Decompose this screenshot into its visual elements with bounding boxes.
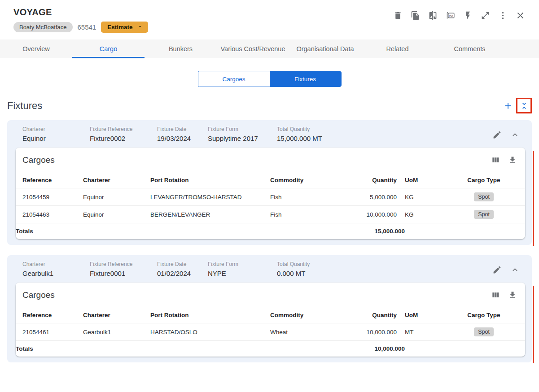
voyage-number: 65541 xyxy=(78,23,96,31)
cargoes-panel: Cargoes Reference Charterer Port Rotatio… xyxy=(16,283,525,357)
col-port-rotation: Port Rotation xyxy=(150,307,270,323)
cell-commodity: Fish xyxy=(270,206,346,223)
cell-commodity: Fish xyxy=(270,188,346,206)
more-menu-icon[interactable] xyxy=(497,10,508,21)
col-reference: Reference xyxy=(16,172,83,188)
pdf-export-icon[interactable]: PDF xyxy=(445,10,456,21)
collapse-all-icon[interactable] xyxy=(516,98,532,113)
field-label: Fixture Form xyxy=(208,261,277,267)
validation-error-bar xyxy=(533,151,534,246)
chevron-up-icon[interactable] xyxy=(510,130,520,139)
cell-charterer: Gearbulk1 xyxy=(83,323,150,341)
cargoes-panel: Cargoes Reference Charterer Port Rotatio… xyxy=(16,148,525,239)
field-label: Fixture Form xyxy=(208,126,277,132)
field-value: Equinor xyxy=(22,135,90,142)
tab-various-cost-revenue[interactable]: Various Cost/Revenue xyxy=(217,39,289,58)
fixtures-section-title: Fixtures xyxy=(7,100,42,112)
field-label: Total Quantity xyxy=(277,126,478,132)
chevron-up-icon[interactable] xyxy=(510,265,520,274)
view-toggle-wrap: Cargoes Fixtures xyxy=(0,71,539,87)
cargo-type-badge: Spot xyxy=(474,192,494,201)
col-charterer: Charterer xyxy=(83,172,150,188)
cell-commodity: Wheat xyxy=(270,323,346,341)
field-label: Fixture Reference xyxy=(90,126,157,132)
cell-cargo-type: Spot xyxy=(443,188,525,206)
flash-icon[interactable] xyxy=(462,10,473,21)
field-value: NYPE xyxy=(208,270,277,277)
totals-quantity: 15,000.000 xyxy=(346,223,405,240)
fixture-card: ChartererEquinor Fixture ReferenceFixtur… xyxy=(7,120,532,245)
cell-port-rotation: HARSTAD/OSLO xyxy=(150,323,270,341)
close-icon[interactable] xyxy=(515,10,526,21)
cell-uom: MT xyxy=(405,323,443,341)
cargoes-panel-title: Cargoes xyxy=(22,155,55,165)
totals-label: Totals xyxy=(16,341,83,357)
window-toolbar: PDF xyxy=(392,10,526,21)
cargoes-table: Reference Charterer Port Rotation Commod… xyxy=(16,172,525,239)
col-cargo-type: Cargo Type xyxy=(443,307,525,323)
cell-cargo-type: Spot xyxy=(443,323,525,341)
columns-icon[interactable] xyxy=(491,291,500,300)
cell-reference: 21054463 xyxy=(16,206,83,223)
fixture-summary: ChartererEquinor Fixture ReferenceFixtur… xyxy=(7,120,532,148)
svg-text:PDF: PDF xyxy=(449,14,454,17)
cell-reference: 21054461 xyxy=(16,323,83,341)
delete-icon[interactable] xyxy=(392,10,403,21)
table-row[interactable]: 21054459 Equinor LEVANGER/TROMSO-HARSTAD… xyxy=(16,188,525,206)
col-charterer: Charterer xyxy=(83,307,150,323)
compare-icon[interactable] xyxy=(427,10,438,21)
estimate-label: Estimate xyxy=(107,24,132,30)
download-icon[interactable] xyxy=(508,156,517,165)
cargoes-toggle-button[interactable]: Cargoes xyxy=(198,71,270,87)
cell-quantity: 10,000.000 xyxy=(346,206,405,223)
cargo-type-badge: Spot xyxy=(474,327,494,336)
field-value: Supplytime 2017 xyxy=(208,135,277,142)
table-row[interactable]: 21054463 Equinor BERGEN/LEVANGER Fish 10… xyxy=(16,206,525,223)
tab-related[interactable]: Related xyxy=(361,39,434,58)
fixtures-toggle-button[interactable]: Fixtures xyxy=(270,71,341,87)
table-row[interactable]: 21054461 Gearbulk1 HARSTAD/OSLO Wheat 10… xyxy=(16,323,525,341)
col-uom: UoM xyxy=(405,172,443,188)
cell-reference: 21054459 xyxy=(16,188,83,206)
cell-uom: KG xyxy=(405,206,443,223)
tab-comments[interactable]: Comments xyxy=(434,39,506,58)
tab-organisational-data[interactable]: Organisational Data xyxy=(289,39,361,58)
download-icon[interactable] xyxy=(508,291,517,300)
copy-icon[interactable] xyxy=(410,10,421,21)
field-label: Charterer xyxy=(22,261,90,267)
col-commodity: Commodity xyxy=(270,307,346,323)
col-port-rotation: Port Rotation xyxy=(150,172,270,188)
tab-cargo[interactable]: Cargo xyxy=(72,39,145,58)
expand-icon[interactable] xyxy=(480,10,491,21)
cell-port-rotation: BERGEN/LEVANGER xyxy=(150,206,270,223)
window-header: VOYAGE Boaty McBoatface 65541 Estimate P… xyxy=(0,0,539,33)
columns-icon[interactable] xyxy=(491,156,500,165)
cargoes-table: Reference Charterer Port Rotation Commod… xyxy=(16,307,525,357)
field-value: 01/02/2024 xyxy=(157,270,208,277)
cell-charterer: Equinor xyxy=(83,206,150,223)
col-quantity: Quantity xyxy=(346,172,405,188)
vessel-name-chip: Boaty McBoatface xyxy=(13,22,73,32)
estimate-dropdown-button[interactable]: Estimate xyxy=(101,22,148,33)
tab-bunkers[interactable]: Bunkers xyxy=(145,39,217,58)
cell-cargo-type: Spot xyxy=(443,206,525,223)
edit-pencil-icon[interactable] xyxy=(492,265,502,274)
field-value: 19/03/2024 xyxy=(157,135,208,142)
field-value: 0.000 MT xyxy=(277,270,478,277)
fixture-card: ChartererGearbulk1 Fixture ReferenceFixt… xyxy=(7,255,532,362)
edit-pencil-icon[interactable] xyxy=(492,130,502,139)
tab-bar: Overview Cargo Bunkers Various Cost/Reve… xyxy=(0,39,539,58)
cell-port-rotation: LEVANGER/TROMSO-HARSTAD xyxy=(150,188,270,206)
fixture-card-actions xyxy=(492,265,520,274)
totals-row: Totals 10,000.000 xyxy=(16,341,525,357)
field-value: Fixture0001 xyxy=(90,270,157,277)
add-fixture-icon[interactable] xyxy=(503,101,513,111)
table-header-row: Reference Charterer Port Rotation Commod… xyxy=(16,307,525,323)
totals-label: Totals xyxy=(16,223,83,240)
col-cargo-type: Cargo Type xyxy=(443,172,525,188)
field-label: Fixture Reference xyxy=(90,261,157,267)
tab-overview[interactable]: Overview xyxy=(0,39,72,58)
validation-error-bar xyxy=(533,286,534,363)
fixture-card-actions xyxy=(492,130,520,139)
totals-quantity: 10,000.000 xyxy=(346,341,405,357)
